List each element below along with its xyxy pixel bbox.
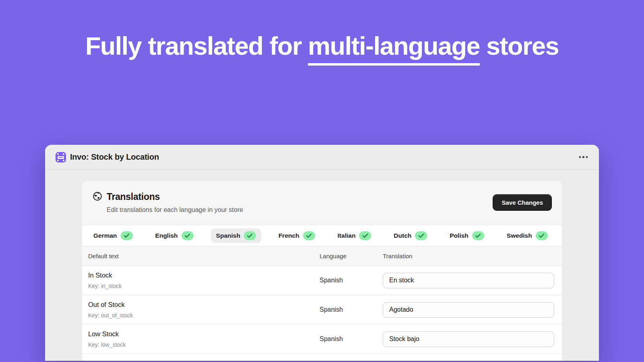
default-text: In Stock <box>88 272 320 279</box>
check-icon <box>121 231 133 240</box>
language-cell: Spanish <box>320 306 383 313</box>
column-header-translation: Translation <box>383 253 554 259</box>
check-icon <box>303 231 315 240</box>
table-row-clipped <box>82 354 562 361</box>
table-row: Out of Stock Key: out_of_stock Spanish <box>82 295 562 324</box>
ellipsis-menu-icon[interactable] <box>578 153 589 161</box>
panel-header: Translations Edit translations for each … <box>82 181 562 225</box>
tab-spanish[interactable]: Spanish <box>211 228 261 243</box>
save-changes-button[interactable]: Save Changes <box>493 194 552 211</box>
check-icon <box>182 231 194 240</box>
tab-polish[interactable]: Polish <box>444 228 489 243</box>
translation-key: Key: in_stock <box>88 283 320 289</box>
table-header: Default text Language Translation <box>82 247 562 265</box>
tab-french[interactable]: French <box>273 228 320 243</box>
language-cell: Spanish <box>320 277 383 284</box>
tab-english[interactable]: English <box>150 228 199 243</box>
language-tabs: German English Spanish French Italian <box>82 225 562 247</box>
hero-prefix: Fully translated for <box>85 32 308 60</box>
hero-suffix: stores <box>480 32 559 60</box>
translation-cell <box>383 302 554 318</box>
translation-input[interactable] <box>383 302 554 318</box>
default-text-cell: Low Stock Key: low_stock <box>88 330 320 348</box>
column-header-default-text: Default text <box>88 253 320 259</box>
column-header-language: Language <box>320 253 383 259</box>
tab-italian[interactable]: Italian <box>332 228 377 243</box>
table-row: Low Stock Key: low_stock Spanish <box>82 324 562 354</box>
window-titlebar: Invo: Stock by Location <box>45 145 599 170</box>
table-row: In Stock Key: in_stock Spanish <box>82 265 562 295</box>
translations-panel: Translations Edit translations for each … <box>81 180 563 361</box>
language-cell: Spanish <box>320 335 383 343</box>
default-text: Low Stock <box>88 330 320 338</box>
default-text-cell: Out of Stock Key: out_of_stock <box>88 301 320 319</box>
translation-cell <box>383 331 554 347</box>
check-icon <box>472 231 484 240</box>
check-icon <box>244 231 256 240</box>
window-body: Translations Edit translations for each … <box>45 170 599 361</box>
check-icon <box>536 231 548 240</box>
translation-key: Key: out_of_stock <box>88 312 320 319</box>
default-text: Out of Stock <box>88 301 320 309</box>
translation-key: Key: low_stock <box>88 341 320 348</box>
globe-icon <box>92 191 103 203</box>
window-title: Invo: Stock by Location <box>70 152 159 162</box>
check-icon <box>359 231 371 240</box>
tab-swedish[interactable]: Swedish <box>502 228 553 243</box>
tab-german[interactable]: German <box>88 228 138 243</box>
app-window: Invo: Stock by Location Translations Edi… <box>45 145 599 361</box>
app-logo-icon <box>56 152 66 162</box>
translation-input[interactable] <box>383 331 554 347</box>
hero-highlight: multi-language <box>308 32 480 66</box>
hero-heading: Fully translated for multi-language stor… <box>0 31 644 60</box>
check-icon <box>415 231 427 240</box>
panel-subtitle: Edit translations for each language in y… <box>107 206 243 214</box>
panel-title: Translations <box>107 191 243 202</box>
translation-cell <box>383 273 554 288</box>
panel-heading-text: Translations Edit translations for each … <box>107 191 243 214</box>
tab-dutch[interactable]: Dutch <box>388 228 432 243</box>
translation-input[interactable] <box>383 273 554 288</box>
default-text-cell: In Stock Key: in_stock <box>88 272 320 289</box>
